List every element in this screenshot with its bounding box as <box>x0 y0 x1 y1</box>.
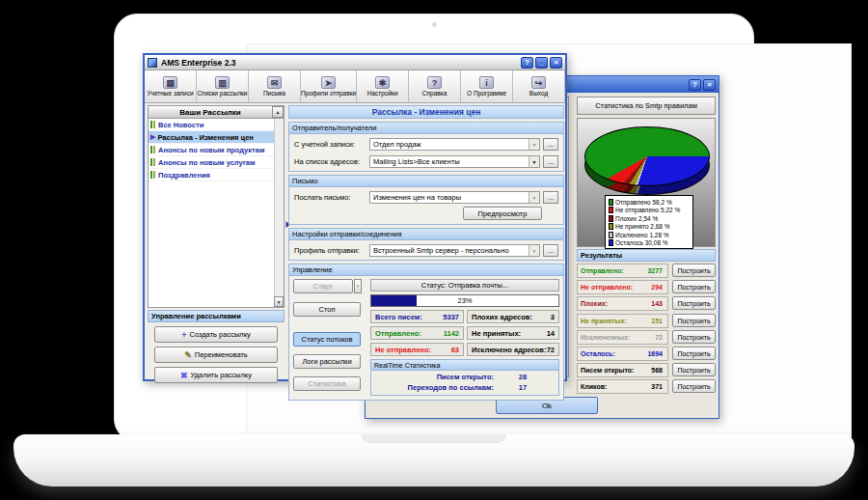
send-settings-group: Настройки отправки/соединения Профиль от… <box>288 228 564 261</box>
scroll-down-button[interactable]: ▼ <box>274 296 284 307</box>
toolbar-exit-button[interactable]: ↪ Выход <box>513 70 565 102</box>
stop-button[interactable]: Стоп <box>293 302 361 317</box>
result-row-notsent: Не отправлено:294 Построить <box>577 280 716 294</box>
legend-swatch-remaining <box>609 239 613 246</box>
scroll-up-button[interactable]: ▲ <box>272 106 284 118</box>
send-settings-header: Настройки отправки/соединения <box>289 229 563 240</box>
list-item-selected[interactable]: ▶ Рассылка - Изменения цен <box>149 131 284 144</box>
address-list-browse-button[interactable]: ... <box>543 155 558 168</box>
toolbar-mailing-lists-button[interactable]: ▥ Списки рассылки <box>197 70 249 102</box>
plus-icon: + <box>181 330 186 340</box>
build-button[interactable]: Построить <box>672 264 716 277</box>
account-label: С учетной записи: <box>294 140 369 149</box>
toolbar-help-button[interactable]: ? Справка <box>409 70 461 102</box>
build-button[interactable]: Построить <box>672 379 716 393</box>
preview-row: Предпросмотр <box>289 207 563 224</box>
mailing-lists-icon: ▥ <box>215 76 230 89</box>
sidebar-title: Ваши Рассылки <box>149 108 272 117</box>
mailing-logs-button[interactable]: Логи рассылки <box>293 354 361 369</box>
letter-group: Письмо Послать письмо: Изменения цен на … <box>288 175 564 225</box>
results-header: Результаты <box>577 249 716 262</box>
realtime-stats-box: RealTime Статистика Писем открыто: 28 Пе… <box>370 359 559 396</box>
build-button[interactable]: Построить <box>672 280 716 293</box>
laptop-hinge-notch <box>362 434 506 443</box>
send-stats-grid: Всего писем:5337 Плохих адресов:3 Отправ… <box>370 310 559 356</box>
panel-title: Рассылка - Изменения цен <box>288 105 564 119</box>
letter-combobox[interactable]: Изменения цен на товары ▼ <box>369 191 540 204</box>
webcam-dot <box>432 22 437 27</box>
realtime-header: RealTime Статистика <box>371 360 558 371</box>
stat-cell-excluded: Исключено адресов:72 <box>467 343 559 356</box>
mailing-icon <box>150 171 155 179</box>
selected-arrow-icon: ▶ <box>150 133 155 141</box>
stats-close-button[interactable]: × <box>703 79 716 91</box>
preview-button[interactable]: Предпросмотр <box>463 207 542 220</box>
start-dropdown-button[interactable]: ▼ <box>354 279 362 293</box>
toolbar-letters-button[interactable]: ✉ Письма <box>249 70 301 102</box>
toolbar-settings-button[interactable]: ✱ Настройки <box>357 70 409 102</box>
send-profile-combobox[interactable]: Встроенный Smtp сервер - персонально ▼ <box>369 244 540 257</box>
stats-help-button[interactable]: ? <box>689 79 701 91</box>
app-icon <box>148 58 157 68</box>
list-item[interactable]: Анонсы по новым продуктам <box>149 144 284 156</box>
toolbar-about-button[interactable]: i О Программе <box>461 70 513 102</box>
stat-cell-not-sent: Не отправлено:63 <box>370 343 464 356</box>
thread-status-button[interactable]: Статус потоков <box>293 332 361 347</box>
account-row: С учетной записи: Отдел продаж ▼ ... <box>289 134 563 153</box>
dropdown-arrow-icon[interactable]: ▼ <box>529 192 539 203</box>
legend-swatch-notsent <box>609 207 613 213</box>
stat-cell-bad-addresses: Плохих адресов:3 <box>467 310 559 323</box>
rename-mailing-button[interactable]: ✎ Переименовать <box>154 347 278 363</box>
stat-cell-total: Всего писем:5337 <box>370 310 464 323</box>
address-list-row: На список адресов: Mailing Lists>Все кли… <box>289 153 563 171</box>
build-button[interactable]: Построить <box>672 330 716 344</box>
main-minimize-button[interactable]: _ <box>535 57 548 69</box>
legend-swatch-excluded <box>609 232 613 238</box>
create-mailing-button[interactable]: + Создать рассылку <box>154 326 278 343</box>
sidebar-scrollbar[interactable]: ▼ <box>274 119 284 307</box>
control-buttons-column: Старт ▼ Стоп Статус потоков Логи рассылк… <box>293 279 366 396</box>
account-combobox[interactable]: Отдел продаж ▼ <box>369 138 540 151</box>
mailings-list: Все Новости ▶ Рассылка - Изменения цен А… <box>148 119 285 308</box>
letter-browse-button[interactable]: ... <box>543 191 558 204</box>
account-browse-button[interactable]: ... <box>543 138 558 151</box>
stat-cell-sent: Отправлено:1142 <box>370 326 464 340</box>
pie-chart <box>584 126 710 186</box>
address-list-label: На список адресов: <box>294 157 369 166</box>
letters-icon: ✉ <box>267 76 282 89</box>
legend-item: Плохих 2,54 % <box>609 214 692 223</box>
progress-percent: 23% <box>371 295 558 306</box>
mailing-icon <box>150 146 155 153</box>
build-button[interactable]: Построить <box>672 314 716 327</box>
delete-mailing-button[interactable]: ✖ Удалить рассылку <box>154 367 278 383</box>
status-text: Статус: Отправка почты... <box>370 279 559 292</box>
statistics-button[interactable]: Статистика <box>293 376 361 391</box>
start-button[interactable]: Старт <box>293 279 353 293</box>
list-item[interactable]: Анонсы по новым услугам <box>149 156 284 169</box>
toolbar-send-profiles-button[interactable]: ➤ Профили отправки <box>301 70 357 102</box>
smtp-rules-header[interactable]: Статистика по Smtp правилам <box>577 97 716 115</box>
dropdown-arrow-icon[interactable]: ▼ <box>529 139 539 150</box>
build-button[interactable]: Построить <box>672 363 716 376</box>
build-button[interactable]: Построить <box>672 296 716 310</box>
help-icon: ? <box>427 76 442 89</box>
sidebar-header: Ваши Рассылки ▲ <box>148 105 285 119</box>
dropdown-arrow-icon[interactable]: ▼ <box>529 245 539 256</box>
main-help-button[interactable]: ? <box>521 57 533 69</box>
dropdown-arrow-icon[interactable]: ▼ <box>529 156 539 167</box>
address-list-combobox[interactable]: Mailing Lists>Все клиенты ▼ <box>369 155 540 168</box>
build-button[interactable]: Построить <box>672 347 716 360</box>
result-row-sent: Отправлено:3277 Построить <box>577 264 716 278</box>
send-profile-browse-button[interactable]: ... <box>543 244 558 257</box>
toolbar-accounts-button[interactable]: ▤ Учетные записи <box>145 70 197 102</box>
legend-swatch-sent <box>609 199 613 206</box>
main-close-button[interactable]: × <box>550 57 562 69</box>
list-item[interactable]: Все Новости <box>149 119 284 131</box>
legend-item: Не отправлено 5,22 % <box>609 207 692 215</box>
sending-status-area: Статус: Отправка почты... 23% Всего писе… <box>370 279 559 396</box>
list-item[interactable]: Поздравления <box>149 169 284 181</box>
send-profile-row: Профиль отправки: Встроенный Smtp сервер… <box>289 240 563 260</box>
send-letter-row: Послать письмо: Изменения цен на товары … <box>289 187 563 207</box>
window-title: AMS Enterprise 2.3 <box>161 58 519 68</box>
main-titlebar[interactable]: AMS Enterprise 2.3 ? _ × <box>145 55 565 70</box>
